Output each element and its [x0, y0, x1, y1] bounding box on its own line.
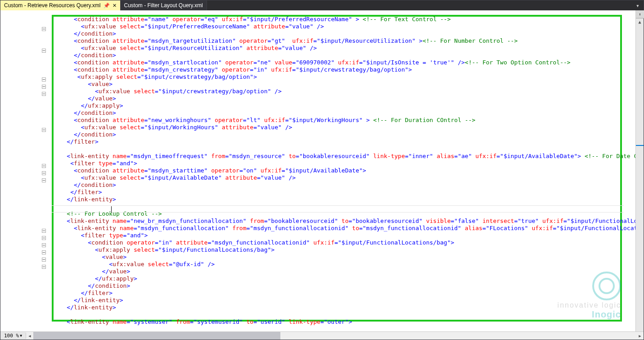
split-icon[interactable]: ⬍ [636, 10, 644, 18]
code-line[interactable]: </link-entity> [53, 304, 627, 311]
tab-label: Custom - Filter Layout Query.xml [124, 2, 203, 9]
code-line[interactable]: <ufx:value select="@ufx-id" /> [53, 261, 627, 268]
fold-toggle-icon[interactable]: − [42, 49, 46, 53]
gutter [0, 10, 27, 331]
code-line[interactable]: </link-entity> [53, 196, 627, 203]
code-line[interactable]: </condition> [53, 181, 627, 189]
code-line[interactable]: </link-entity> [53, 297, 627, 304]
code-line[interactable]: <condition operator="in" attribute="msdy… [53, 239, 627, 246]
editor-area: −−−−−−−−−−−−−−− <condition attribute="na… [0, 10, 644, 331]
code-line[interactable]: </value> [53, 95, 627, 102]
fold-toggle-icon[interactable]: − [42, 178, 46, 182]
code-line[interactable]: <link-entity name="msdyn_functionallocat… [53, 225, 627, 232]
code-line[interactable]: </filter> [53, 290, 627, 297]
fold-toggle-icon[interactable]: − [42, 250, 46, 254]
fold-toggle-icon[interactable]: − [42, 164, 46, 168]
fold-toggle-icon[interactable]: − [42, 27, 46, 31]
code-line[interactable]: <condition attribute="new_workinghours" … [53, 117, 627, 124]
code-line[interactable]: <ufx:value select="$input/WorkingHours" … [53, 124, 627, 131]
code-line[interactable]: <ufx:value select="$input/crewstrategy/b… [53, 88, 627, 95]
fold-toggle-icon[interactable]: − [42, 243, 46, 247]
code-line[interactable]: <ufx:value select="$input/AvailableDate"… [53, 174, 627, 181]
tab-bar: Custom - Retrieve Resources Query.xml 📌 … [0, 0, 644, 10]
code-line[interactable]: </ufx:apply> [53, 275, 627, 282]
fold-toggle-icon[interactable]: − [42, 92, 46, 96]
code-canvas[interactable]: −−−−−−−−−−−−−−− <condition attribute="na… [27, 10, 635, 331]
code-line[interactable]: </condition> [53, 131, 627, 138]
code-line[interactable]: </ufx:apply> [53, 102, 627, 109]
code-line[interactable] [53, 311, 627, 318]
code-line[interactable] [53, 145, 627, 153]
fold-toggle-icon[interactable]: − [42, 85, 46, 89]
status-bar: 100 % ▼ ◀ ▶ [0, 331, 644, 340]
code-line[interactable]: <condition attribute="msdyn_starttime" o… [53, 167, 627, 174]
code-line[interactable]: </filter> [53, 138, 627, 145]
code-line[interactable]: <link-entity name="msdyn_timeoffrequest"… [53, 153, 627, 160]
tab-active[interactable]: Custom - Retrieve Resources Query.xml 📌 … [0, 0, 121, 10]
tab-inactive[interactable]: Custom - Filter Layout Query.xml [121, 0, 207, 10]
zoom-value: 100 % [4, 333, 19, 339]
code-line[interactable]: <ufx:value select="$input/ResourceUtiliz… [53, 45, 627, 52]
code-line[interactable]: <link-entity name="new_br_msdyn_function… [53, 218, 627, 225]
code-line[interactable]: <condition attribute="msdyn_startlocatio… [53, 59, 627, 66]
code-line[interactable]: <filter type="and"> [53, 160, 627, 167]
code-line[interactable]: <link-entity name="systemuser" from="sys… [53, 318, 627, 326]
tab-overflow-icon[interactable]: ▾ [634, 0, 642, 10]
caret-marker [636, 145, 644, 146]
fold-toggle-icon[interactable]: − [42, 171, 46, 175]
fold-toggle-icon[interactable]: − [42, 229, 46, 233]
code-line[interactable]: <!-- For Lookup Control --> [53, 210, 627, 218]
code-line[interactable] [53, 203, 627, 210]
code-line[interactable]: <condition attribute="msdyn_targetutiliz… [53, 37, 627, 45]
zoom-selector[interactable]: 100 % ▼ [0, 333, 26, 339]
code-line[interactable]: <condition attribute="msdyn_crewstrategy… [53, 66, 627, 73]
fold-toggle-icon[interactable]: − [42, 265, 46, 269]
code-line[interactable]: </condition> [53, 109, 627, 117]
tab-label: Custom - Retrieve Resources Query.xml [4, 2, 101, 9]
pin-icon[interactable]: 📌 [104, 3, 110, 9]
close-icon[interactable]: ✕ [113, 3, 117, 9]
code-line[interactable]: </condition> [53, 52, 627, 59]
vertical-scrollbar[interactable]: ⬍ ▲ [635, 10, 644, 331]
code-line[interactable]: <condition attribute="name" operator="eq… [53, 16, 627, 23]
text-caret [111, 206, 112, 213]
code-line[interactable]: <value> [53, 254, 627, 261]
ide-window: Custom - Retrieve Resources Query.xml 📌 … [0, 0, 644, 340]
fold-toggle-icon[interactable]: − [42, 128, 46, 132]
code-line[interactable]: <ufx:apply select="$input/crewstrategy/b… [53, 73, 627, 81]
code-line[interactable]: </condition> [53, 282, 627, 290]
fold-toggle-icon[interactable]: − [42, 258, 46, 262]
scrollbar-thumb[interactable] [33, 332, 280, 340]
fold-toggle-icon[interactable]: − [42, 77, 46, 82]
code-line[interactable]: </condition> [53, 30, 627, 37]
scroll-up-icon[interactable]: ▲ [636, 19, 644, 24]
code-content[interactable]: <condition attribute="name" operator="eq… [53, 16, 627, 326]
scroll-left-icon[interactable]: ◀ [26, 332, 33, 340]
code-line[interactable]: </filter> [53, 189, 627, 196]
fold-toggle-icon[interactable]: − [42, 236, 46, 240]
code-line[interactable]: <ufx:value select="$input/PreferredResou… [53, 23, 627, 30]
code-line[interactable]: </value> [53, 268, 627, 275]
code-line[interactable]: <value> [53, 81, 627, 88]
code-line[interactable]: <filter type="and"> [53, 232, 627, 239]
code-line[interactable]: <ufx:apply select="$input/FunctionalLoca… [53, 246, 627, 254]
horizontal-scrollbar[interactable]: ◀ ▶ [26, 332, 644, 340]
chevron-down-icon: ▼ [20, 334, 22, 338]
scroll-right-icon[interactable]: ▶ [636, 332, 644, 340]
